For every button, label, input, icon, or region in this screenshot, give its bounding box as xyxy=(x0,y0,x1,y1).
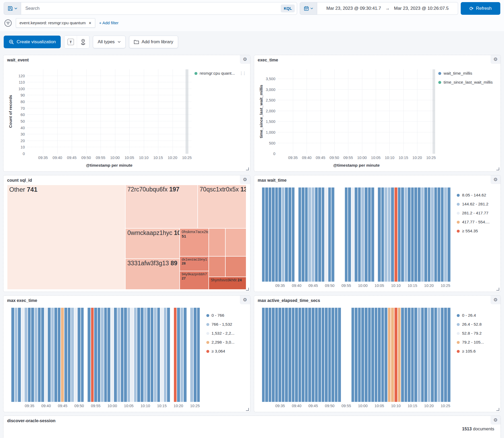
heat-cell[interactable] xyxy=(398,308,401,402)
resize-handle-icon[interactable] xyxy=(496,167,499,170)
heat-cell[interactable] xyxy=(388,187,391,282)
heat-cell[interactable] xyxy=(434,187,437,282)
heat-cell[interactable] xyxy=(394,187,397,282)
heat-cell[interactable] xyxy=(160,308,163,402)
heat-cell[interactable] xyxy=(448,308,450,402)
heat-cell[interactable] xyxy=(391,187,394,282)
heat-cell[interactable] xyxy=(272,308,275,402)
heat-cell[interactable] xyxy=(365,187,368,282)
heat-cell[interactable] xyxy=(421,187,424,282)
heat-cell[interactable] xyxy=(38,308,41,402)
heat-cell[interactable] xyxy=(68,308,71,402)
heat-cell[interactable] xyxy=(438,308,440,402)
heat-cell[interactable] xyxy=(262,308,265,402)
heat-cell[interactable] xyxy=(441,308,444,402)
panel-title[interactable]: exec_time xyxy=(258,58,278,62)
heat-cell[interactable] xyxy=(414,187,417,282)
heat-cell[interactable] xyxy=(405,308,407,402)
heat-cell[interactable] xyxy=(335,308,338,402)
heat-cell[interactable] xyxy=(444,308,447,402)
heat-cell[interactable] xyxy=(328,308,331,402)
heat-cell[interactable] xyxy=(282,187,285,282)
heat-cell[interactable] xyxy=(302,308,305,402)
legend-item[interactable]: 8.05 - 144.62 xyxy=(457,193,498,198)
heat-cell[interactable] xyxy=(288,187,291,282)
heat-cell[interactable] xyxy=(408,308,411,402)
heat-cell[interactable] xyxy=(197,308,200,402)
legend-item[interactable]: ≥ 105.6 xyxy=(457,349,498,354)
filter-pill[interactable]: event.keyword: resmgr:cpu quantum ✕ xyxy=(16,18,95,28)
heat-cell[interactable] xyxy=(58,308,61,402)
heat-cell[interactable] xyxy=(170,308,173,402)
heat-cell[interactable] xyxy=(124,308,127,402)
heat-cell[interactable] xyxy=(282,308,285,402)
heat-cell[interactable] xyxy=(295,187,298,282)
gear-icon[interactable]: ⚙ xyxy=(240,55,250,64)
heat-cell[interactable] xyxy=(315,308,318,402)
resize-handle-icon[interactable] xyxy=(496,408,499,411)
heat-cell[interactable] xyxy=(88,308,91,402)
heat-cell[interactable] xyxy=(275,187,278,282)
legend-item[interactable]: ≥ 554.35 xyxy=(457,229,498,233)
heat-cell[interactable] xyxy=(157,308,160,402)
heat-cell[interactable] xyxy=(444,187,447,282)
heat-cell[interactable] xyxy=(71,308,74,402)
heat-cell[interactable] xyxy=(368,308,371,402)
search-input[interactable] xyxy=(25,6,281,11)
heat-cell[interactable] xyxy=(348,308,351,402)
heat-cell[interactable] xyxy=(98,308,101,402)
treemap-cell[interactable]: 0hskmx7acx2td 51 xyxy=(180,228,209,256)
heat-cell[interactable] xyxy=(164,308,167,402)
heat-cell[interactable] xyxy=(177,308,180,402)
heat-cell[interactable] xyxy=(331,187,334,282)
legend-item[interactable]: 0 - 766 xyxy=(206,313,248,318)
heat-cell[interactable] xyxy=(35,308,37,402)
heat-cell[interactable] xyxy=(64,308,67,402)
refresh-button[interactable]: ⟳ Refresh xyxy=(461,2,500,15)
heat-cell[interactable] xyxy=(312,308,315,402)
treemap-cell[interactable]: 72rc70ubqu6fx 197 xyxy=(125,185,198,228)
resize-handle-icon[interactable] xyxy=(246,167,249,170)
heat-cell[interactable] xyxy=(41,308,44,402)
heat-cell[interactable] xyxy=(144,308,147,402)
heat-cell[interactable] xyxy=(401,308,404,402)
heat-cell[interactable] xyxy=(424,187,427,282)
heat-cell[interactable] xyxy=(104,308,107,402)
treemap-cell[interactable]: 3331afw3f3g13 89 xyxy=(125,259,180,290)
heat-cell[interactable] xyxy=(184,308,187,402)
heat-cell[interactable] xyxy=(94,308,97,402)
text-annotation-button[interactable]: T xyxy=(64,36,77,48)
heat-cell[interactable] xyxy=(411,187,414,282)
kql-language-button[interactable]: KQL xyxy=(281,4,295,12)
legend-item[interactable]: 144.62 - 281.2 xyxy=(457,202,498,206)
create-map-button[interactable] xyxy=(77,36,89,48)
heat-cell[interactable] xyxy=(45,308,47,402)
treemap-cell[interactable]: 5hymhxvs9kh6t 24 xyxy=(209,277,246,290)
heat-cell[interactable] xyxy=(375,308,378,402)
heat-cell[interactable] xyxy=(74,308,77,402)
legend-item[interactable]: time_since_last_wait_millis xyxy=(438,80,498,85)
heat-cell[interactable] xyxy=(187,308,190,402)
heat-cell[interactable] xyxy=(101,308,104,402)
heat-cell[interactable] xyxy=(431,308,434,402)
heat-cell[interactable] xyxy=(365,308,368,402)
heat-cell[interactable] xyxy=(151,308,154,402)
heat-cell[interactable] xyxy=(114,308,117,402)
heat-cell[interactable] xyxy=(167,308,170,402)
heat-cell[interactable] xyxy=(448,187,450,282)
heat-cell[interactable] xyxy=(411,308,414,402)
heat-cell[interactable] xyxy=(391,308,394,402)
heat-cell[interactable] xyxy=(285,187,288,282)
date-to[interactable]: Mar 23, 2023 @ 10:26:07.5 xyxy=(394,6,449,11)
heat-cell[interactable] xyxy=(414,308,417,402)
heat-cell[interactable] xyxy=(378,187,381,282)
heat-cell[interactable] xyxy=(398,187,401,282)
heat-cell[interactable] xyxy=(81,308,84,402)
heat-cell[interactable] xyxy=(194,308,197,402)
treemap-cell[interactable] xyxy=(225,228,246,256)
legend-item[interactable]: ≥ 3,064 xyxy=(206,349,248,354)
heat-cell[interactable] xyxy=(295,308,298,402)
legend-item[interactable]: 52.8 - 79.2 xyxy=(457,331,498,336)
heat-cell[interactable] xyxy=(265,187,268,282)
heat-cell[interactable] xyxy=(345,187,348,282)
